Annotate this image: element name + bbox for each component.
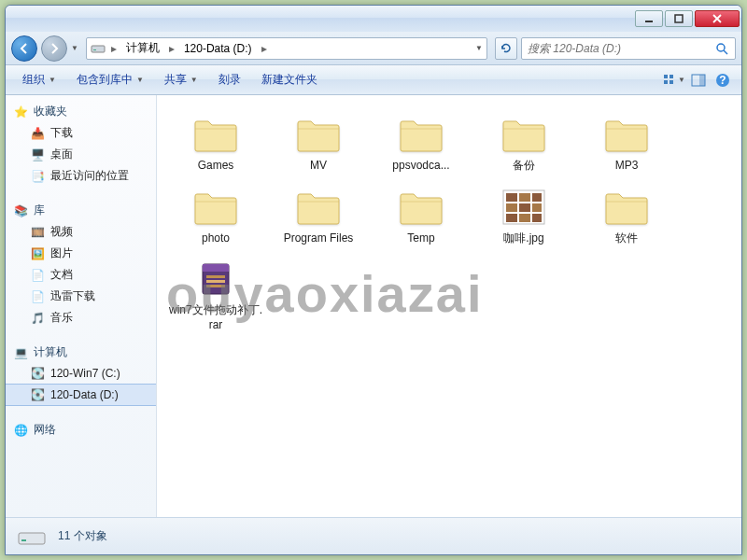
folder-icon xyxy=(395,112,447,157)
sidebar-item-drive-c[interactable]: 💽120-Win7 (C:) xyxy=(6,363,156,384)
search-icon xyxy=(714,41,729,56)
svg-rect-26 xyxy=(206,280,225,283)
history-dropdown[interactable]: ▼ xyxy=(71,44,78,52)
burn-button[interactable]: 刻录 xyxy=(209,68,250,91)
sidebar-item-videos[interactable]: 🎞️视频 xyxy=(6,221,156,243)
sidebar-item-drive-d[interactable]: 💽120-Data (D:) xyxy=(6,384,156,406)
svg-rect-18 xyxy=(519,203,530,212)
svg-text:?: ? xyxy=(719,74,726,87)
file-item[interactable]: MV xyxy=(267,106,370,179)
music-icon: 🎵 xyxy=(30,311,45,326)
sidebar-item-desktop[interactable]: 🖥️桌面 xyxy=(6,144,156,165)
folder-icon xyxy=(292,112,345,157)
sidebar: ⭐收藏夹 📥下载 🖥️桌面 📑最近访问的位置 📚库 🎞️视频 🖼️图片 📄文档 … xyxy=(6,95,157,517)
svg-rect-16 xyxy=(532,193,542,202)
document-icon: 📄 xyxy=(30,268,45,283)
organize-menu[interactable]: 组织 ▼ xyxy=(13,68,65,91)
file-label: 软件 xyxy=(615,231,638,246)
drive-icon xyxy=(91,41,106,56)
file-item[interactable]: 咖啡.jpg xyxy=(472,179,575,252)
drive-icon: 💽 xyxy=(30,366,45,381)
help-button[interactable]: ? xyxy=(712,70,734,91)
file-item[interactable]: 备份 xyxy=(472,106,575,179)
svg-rect-27 xyxy=(206,285,225,287)
folder-icon xyxy=(395,185,447,230)
minimize-button[interactable] xyxy=(635,10,663,27)
file-item[interactable]: 软件 xyxy=(575,179,678,252)
folder-icon xyxy=(292,185,345,230)
file-label: Games xyxy=(198,159,234,174)
file-item[interactable]: MP3 xyxy=(575,106,678,179)
file-item[interactable]: Temp xyxy=(370,179,472,252)
chevron-right-icon[interactable]: ▸ xyxy=(109,42,119,55)
toolbar: 组织 ▼ 包含到库中 ▼ 共享 ▼ 刻录 新建文件夹 ▼ ? xyxy=(6,65,741,95)
breadcrumb-computer[interactable]: 计算机 xyxy=(122,38,163,58)
svg-rect-22 xyxy=(532,214,542,222)
file-list[interactable]: GamesMVppsvodca...备份MP3photoProgram File… xyxy=(157,95,741,517)
svg-rect-20 xyxy=(506,214,517,222)
sidebar-item-documents[interactable]: 📄文档 xyxy=(6,264,156,286)
status-count: 11 个对象 xyxy=(58,528,107,544)
newfolder-button[interactable]: 新建文件夹 xyxy=(252,68,327,91)
sidebar-item-xunlei[interactable]: 📄迅雷下载 xyxy=(6,286,156,307)
svg-rect-21 xyxy=(519,214,530,222)
search-box[interactable] xyxy=(521,37,736,60)
file-label: ppsvodca... xyxy=(392,159,449,174)
recent-icon: 📑 xyxy=(30,169,45,184)
file-item[interactable]: photo xyxy=(164,179,267,252)
network-icon: 🌐 xyxy=(13,423,28,438)
close-button[interactable] xyxy=(695,10,740,27)
back-button[interactable] xyxy=(11,35,37,62)
titlebar xyxy=(6,6,741,32)
address-dropdown[interactable]: ▼ xyxy=(475,44,483,52)
svg-rect-8 xyxy=(669,80,673,84)
picture-icon: 🖼️ xyxy=(30,246,45,261)
sidebar-item-downloads[interactable]: 📥下载 xyxy=(6,122,156,144)
sidebar-computer[interactable]: 💻计算机 xyxy=(6,342,156,363)
share-menu[interactable]: 共享 ▼ xyxy=(155,68,207,91)
sidebar-favorites[interactable]: ⭐收藏夹 xyxy=(6,101,156,122)
status-bar: 11 个对象 xyxy=(6,517,741,554)
address-bar[interactable]: ▸ 计算机 ▸ 120-Data (D:) ▸ ▼ xyxy=(86,37,487,60)
sidebar-item-pictures[interactable]: 🖼️图片 xyxy=(6,243,156,264)
file-item[interactable]: Program Files xyxy=(267,179,370,252)
maximize-button[interactable] xyxy=(665,10,693,27)
svg-rect-29 xyxy=(21,539,26,541)
svg-rect-24 xyxy=(203,264,229,272)
file-item[interactable]: ppsvodca... xyxy=(370,106,472,179)
svg-rect-6 xyxy=(669,75,673,78)
preview-button[interactable] xyxy=(687,70,710,91)
sidebar-item-music[interactable]: 🎵音乐 xyxy=(6,307,156,329)
include-menu[interactable]: 包含到库中 ▼ xyxy=(67,68,153,91)
video-icon: 🎞️ xyxy=(30,225,45,240)
file-item[interactable]: win7文件拖动补丁.rar xyxy=(164,251,267,338)
svg-rect-25 xyxy=(206,275,225,278)
folder-icon xyxy=(190,112,242,157)
file-label: 咖啡.jpg xyxy=(503,231,543,246)
svg-rect-0 xyxy=(645,21,653,22)
forward-button[interactable] xyxy=(41,35,67,62)
rar-icon xyxy=(190,257,242,301)
svg-rect-15 xyxy=(519,193,530,202)
chevron-right-icon[interactable]: ▸ xyxy=(260,42,269,55)
computer-icon: 💻 xyxy=(13,345,28,360)
file-label: 备份 xyxy=(513,159,535,174)
sidebar-network[interactable]: 🌐网络 xyxy=(6,419,156,441)
svg-point-4 xyxy=(717,44,725,51)
svg-rect-17 xyxy=(506,203,517,212)
search-input[interactable] xyxy=(528,42,714,55)
file-label: Program Files xyxy=(284,231,354,246)
folder-icon xyxy=(600,112,653,157)
sidebar-item-recent[interactable]: 📑最近访问的位置 xyxy=(6,165,156,187)
library-icon: 📚 xyxy=(13,203,28,218)
view-button[interactable]: ▼ xyxy=(663,70,685,91)
file-label: MV xyxy=(310,159,327,174)
svg-rect-5 xyxy=(664,75,668,78)
drive-icon: 💽 xyxy=(30,387,45,402)
chevron-right-icon[interactable]: ▸ xyxy=(167,42,176,55)
breadcrumb-current[interactable]: 120-Data (D:) xyxy=(180,40,256,57)
sidebar-libraries[interactable]: 📚库 xyxy=(6,200,156,221)
folder-icon xyxy=(498,112,550,157)
file-item[interactable]: Games xyxy=(164,106,267,179)
refresh-button[interactable] xyxy=(495,37,517,60)
